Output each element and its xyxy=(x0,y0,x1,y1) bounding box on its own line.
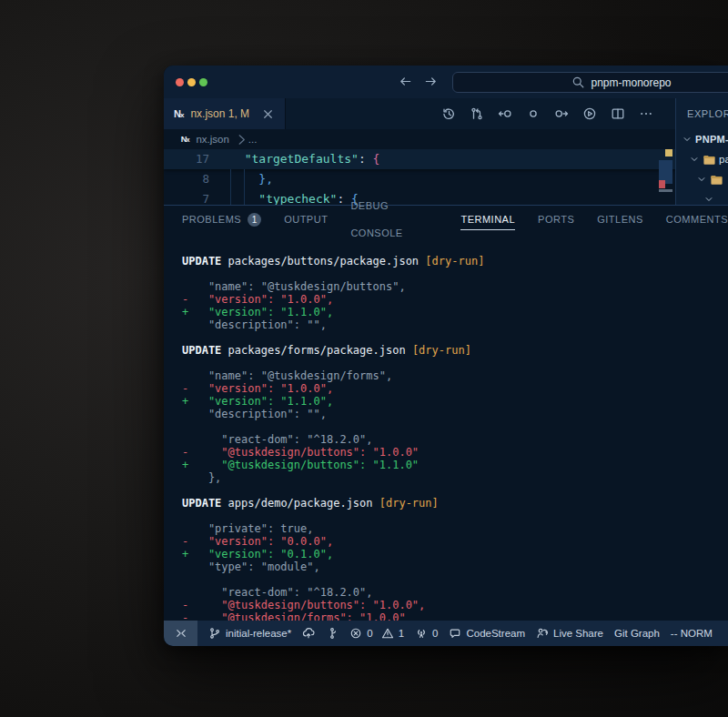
terminal-line xyxy=(182,484,728,497)
bottom-panel: PROBLEMS1OUTPUTDEBUG CONSOLETERMINALPORT… xyxy=(164,205,728,621)
sticky-scroll-line[interactable]: 17 "targetDefaults": { xyxy=(164,149,675,169)
zoom-window-button[interactable] xyxy=(199,78,207,86)
status-codestream[interactable]: CodeStream xyxy=(449,627,525,640)
line-number: 8 xyxy=(164,169,209,189)
panel-tab-output[interactable]: OUTPUT xyxy=(284,206,328,233)
editor-line[interactable]: 8 }, xyxy=(164,169,675,189)
status-remote-indicator[interactable] xyxy=(164,621,197,646)
token: : xyxy=(337,192,351,205)
status-label: Live Share xyxy=(553,628,603,639)
breadcrumb-file[interactable]: nx.json xyxy=(196,134,228,145)
panel-tab-ports[interactable]: PORTS xyxy=(538,206,574,233)
tree-item-packages[interactable]: packages xyxy=(676,149,728,169)
terminal-line: - "@tuskdesign/buttons": "1.0.0" xyxy=(182,446,728,459)
update-keyword: UPDATE xyxy=(182,344,221,357)
minimap[interactable] xyxy=(659,149,672,205)
remote-icon xyxy=(175,627,187,640)
panel-tab-comments[interactable]: COMMENTS xyxy=(666,206,728,233)
previous-change-icon[interactable] xyxy=(498,106,512,121)
close-window-button[interactable] xyxy=(176,78,184,86)
terminal-line: "react-dom": "^18.2.0", xyxy=(182,433,728,446)
status-live-share[interactable]: Live Share xyxy=(536,627,603,640)
navigate-forward-icon[interactable] xyxy=(424,75,438,88)
status-problems[interactable]: 01 xyxy=(349,627,404,640)
terminal-line: UPDATE apps/demo/package.json [dry-run] xyxy=(182,497,728,510)
panel-tab-debug-console[interactable]: DEBUG CONSOLE xyxy=(350,206,438,233)
breadcrumb-more[interactable]: ... xyxy=(248,134,258,145)
panel-tab-label: OUTPUT xyxy=(284,206,328,233)
git-compare-icon[interactable] xyxy=(470,106,484,121)
tree-item-folder-2[interactable] xyxy=(676,169,728,189)
status-source-control-graph[interactable] xyxy=(326,627,339,640)
terminal-line xyxy=(182,357,728,369)
terminal-line: + "version": "0.1.0", xyxy=(182,548,728,560)
folder-icon xyxy=(710,173,723,187)
token: "typecheck" xyxy=(258,192,337,205)
minimap-error-mark xyxy=(659,180,665,188)
update-keyword: UPDATE xyxy=(182,255,221,268)
status-git-graph[interactable]: Git Graph xyxy=(614,628,660,639)
terminal-line xyxy=(182,510,728,522)
minimize-window-button[interactable] xyxy=(187,78,196,86)
status-label: 0 xyxy=(367,628,372,639)
sidebar-title: EXPLORER xyxy=(676,98,728,129)
status-forwarded-ports[interactable]: 0 xyxy=(415,627,438,640)
panel-tab-gitlens[interactable]: GITLENS xyxy=(597,206,643,233)
status-label: 0 xyxy=(432,628,438,639)
terminal-line: + "version": "1.1.0", xyxy=(182,306,728,318)
package-path: packages/buttons/package.json xyxy=(221,255,425,268)
explorer-sidebar: EXPLORER PNPM-MONOREPOpackages xyxy=(675,98,728,205)
tab-label: nx.json 1, M xyxy=(190,107,249,120)
panel-tab-terminal[interactable]: TERMINAL xyxy=(460,206,515,233)
window-controls xyxy=(176,78,207,86)
panel-tab-label: PORTS xyxy=(538,206,574,233)
terminal-line: + "version": "1.1.0", xyxy=(182,395,728,408)
timeline-history-icon[interactable] xyxy=(441,106,456,121)
cloud-upload-icon xyxy=(302,627,315,640)
more-actions-icon[interactable] xyxy=(639,106,653,121)
status-vim-mode[interactable]: -- NORM xyxy=(671,628,713,639)
vscode-window: pnpm-monorepo Nx nx.json 1, M Nx nx.json xyxy=(164,66,728,646)
status-label: CodeStream xyxy=(466,628,525,639)
tree-item-label: packages xyxy=(719,154,728,165)
command-center-search[interactable]: pnpm-monorepo xyxy=(452,72,728,93)
status-bar: initial-release*010CodeStreamLive ShareG… xyxy=(164,621,728,646)
tree-item-PNPM-MONOREPO[interactable]: PNPM-MONOREPO xyxy=(676,129,728,149)
chevron-down-icon xyxy=(703,194,714,205)
terminal-output[interactable]: UPDATE packages/buttons/package.json [dr… xyxy=(164,233,728,621)
status-publish-changes[interactable] xyxy=(302,627,315,640)
minimap-cursor-line xyxy=(659,189,672,192)
tree-item-folder-3[interactable] xyxy=(676,189,728,205)
run-file-icon[interactable] xyxy=(582,106,597,121)
chevron-down-icon xyxy=(689,154,700,165)
split-editor-icon[interactable] xyxy=(611,106,625,121)
indent-guide xyxy=(230,169,231,205)
tab-nx-json[interactable]: Nx nx.json 1, M xyxy=(164,98,286,129)
terminal-line: + "@tuskdesign/buttons": "1.1.0" xyxy=(182,459,728,471)
next-change-icon[interactable] xyxy=(554,106,569,121)
terminal-line: "name": "@tuskdesign/forms", xyxy=(182,369,728,382)
status-label: -- NORM xyxy=(671,628,713,639)
terminal-line: - "@tuskdesign/forms": "1.0.0" xyxy=(182,611,728,621)
terminal-line: - "version": "0.0.0", xyxy=(182,535,728,548)
terminal-line: UPDATE packages/forms/package.json [dry-… xyxy=(182,344,728,357)
nx-file-icon: Nx xyxy=(174,108,184,119)
status-git-branch[interactable]: initial-release* xyxy=(208,627,291,640)
tree-item-label: PNPM-MONOREPO xyxy=(695,134,728,145)
dry-run-tag: [dry-run] xyxy=(412,344,471,357)
navigate-back-icon[interactable] xyxy=(399,75,412,88)
broadcast-icon xyxy=(415,627,428,640)
panel-tab-problems[interactable]: PROBLEMS1 xyxy=(182,206,261,233)
chevron-down-icon xyxy=(682,134,693,145)
fork-icon xyxy=(326,627,339,640)
terminal-line: - "version": "1.0.0", xyxy=(182,382,728,395)
folder-icon xyxy=(703,153,716,167)
token: }, xyxy=(258,172,273,186)
problems-count-badge: 1 xyxy=(248,213,261,227)
warning-icon xyxy=(381,627,394,640)
open-change-icon[interactable] xyxy=(526,106,541,121)
breadcrumb: Nx nx.json ... xyxy=(164,129,675,149)
panel-tab-label: GITLENS xyxy=(597,206,643,233)
close-tab-icon[interactable] xyxy=(261,107,275,121)
status-label: 1 xyxy=(399,628,404,639)
